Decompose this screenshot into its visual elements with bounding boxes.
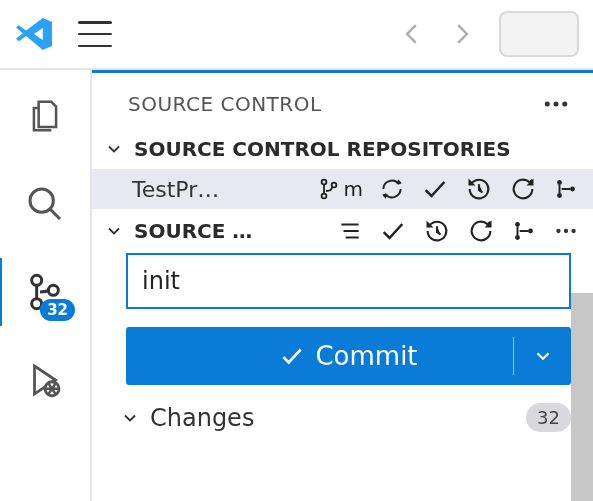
more-icon[interactable] xyxy=(541,89,571,119)
refresh-button-2[interactable] xyxy=(467,217,495,245)
sync-icon xyxy=(379,176,405,202)
refresh-icon xyxy=(509,175,537,203)
commit-button-label: Commit xyxy=(315,341,417,371)
source-control-tab[interactable]: 32 xyxy=(23,270,67,314)
svg-point-7 xyxy=(562,102,567,107)
branch-button[interactable]: m xyxy=(318,177,363,201)
svg-point-14 xyxy=(515,222,520,227)
svg-point-10 xyxy=(331,183,336,188)
history-button[interactable] xyxy=(465,175,493,203)
source-control-section-header[interactable]: SOURCE … xyxy=(92,209,593,253)
check-icon xyxy=(279,343,305,369)
commit-dropdown-button[interactable] xyxy=(513,337,571,375)
svg-point-9 xyxy=(321,194,326,199)
svg-point-18 xyxy=(564,229,568,233)
svg-point-5 xyxy=(545,102,550,107)
commit-button[interactable]: Commit xyxy=(126,327,571,385)
svg-point-16 xyxy=(528,229,533,234)
source-control-section-label: SOURCE … xyxy=(134,219,327,243)
graph-button-2[interactable] xyxy=(511,218,537,244)
back-icon[interactable] xyxy=(397,19,427,49)
scrollbar[interactable] xyxy=(571,293,593,501)
history-icon xyxy=(465,175,493,203)
menu-button[interactable] xyxy=(78,21,112,47)
repository-name: TestPr… xyxy=(132,177,308,202)
search-tab[interactable] xyxy=(23,182,67,226)
history-icon xyxy=(423,217,451,245)
svg-point-13 xyxy=(570,187,575,192)
changes-section-header[interactable]: Changes 32 xyxy=(92,385,593,432)
source-control-panel: SOURCE CONTROL SOURCE CONTROL REPOSITORI… xyxy=(92,70,593,501)
repositories-section-header[interactable]: SOURCE CONTROL REPOSITORIES xyxy=(92,129,593,169)
chevron-down-icon xyxy=(532,345,554,367)
svg-point-12 xyxy=(557,193,562,198)
files-icon xyxy=(26,97,64,135)
explorer-tab[interactable] xyxy=(23,94,67,138)
chevron-down-icon xyxy=(120,408,140,428)
svg-point-0 xyxy=(30,189,53,212)
graph-button[interactable] xyxy=(553,176,579,202)
debug-icon xyxy=(24,359,66,401)
svg-point-1 xyxy=(32,275,42,285)
svg-point-11 xyxy=(557,180,562,185)
list-tree-icon xyxy=(337,218,363,244)
graph-icon xyxy=(553,176,579,202)
svg-point-6 xyxy=(554,102,559,107)
title-bar xyxy=(0,0,593,70)
sync-button[interactable] xyxy=(379,176,405,202)
forward-icon[interactable] xyxy=(447,19,477,49)
run-debug-tab[interactable] xyxy=(23,358,67,402)
check-icon xyxy=(421,175,449,203)
scm-badge: 32 xyxy=(40,299,75,321)
svg-point-8 xyxy=(321,180,326,185)
changes-count-badge: 32 xyxy=(526,403,571,432)
repositories-label: SOURCE CONTROL REPOSITORIES xyxy=(134,137,581,161)
tree-view-button[interactable] xyxy=(337,218,363,244)
more-actions-button[interactable] xyxy=(553,218,579,244)
graph-icon xyxy=(511,218,537,244)
svg-point-17 xyxy=(556,229,560,233)
check-icon xyxy=(379,217,407,245)
svg-point-15 xyxy=(515,235,520,240)
commit-message-input[interactable] xyxy=(126,253,571,309)
commit-check-button[interactable] xyxy=(421,175,449,203)
refresh-button[interactable] xyxy=(509,175,537,203)
svg-point-19 xyxy=(571,229,575,233)
more-icon xyxy=(553,218,579,244)
search-icon xyxy=(25,184,65,224)
changes-label: Changes xyxy=(150,404,516,432)
refresh-icon xyxy=(467,217,495,245)
panel-header: SOURCE CONTROL xyxy=(92,73,593,129)
command-center[interactable] xyxy=(499,11,579,57)
nav-arrows xyxy=(397,19,477,49)
chevron-down-icon xyxy=(104,139,124,159)
activity-bar: 32 xyxy=(0,70,92,501)
branch-short-label: m xyxy=(344,177,363,201)
branch-icon xyxy=(318,177,342,201)
vscode-logo-icon xyxy=(14,14,54,54)
chevron-down-icon xyxy=(104,221,124,241)
panel-title: SOURCE CONTROL xyxy=(128,92,322,116)
commit-check-button-2[interactable] xyxy=(379,217,407,245)
repository-row[interactable]: TestPr… m xyxy=(92,169,593,209)
history-button-2[interactable] xyxy=(423,217,451,245)
